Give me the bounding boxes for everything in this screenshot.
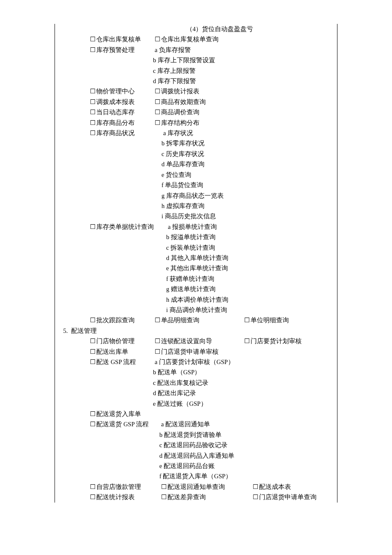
item: 配送出库单 (90, 348, 128, 355)
text: b 配送单（GSP） (55, 367, 337, 377)
text: f 配送退货入库单（GSP） (55, 471, 337, 481)
text: d 单品库存查询 (55, 159, 337, 169)
text: b 库存上下限报警设置 (55, 55, 337, 65)
text: c 库存上限报警 (55, 66, 337, 76)
item: 配送退货入库单 (90, 410, 141, 417)
text: h 成本调价单统计查询 (55, 295, 337, 305)
item: 商品调价查询 (155, 109, 199, 116)
item: 配送退回通知单查询 (161, 483, 225, 490)
text: e 其他出库单统计查询 (55, 263, 337, 273)
text: c 拆装单统计查询 (55, 243, 337, 253)
text: f 获赠单统计查询 (55, 274, 337, 284)
text: c 配送退回药品验收记录 (55, 440, 337, 450)
item: 库存商品状况 (90, 130, 135, 136)
text: a 库存状况 (163, 130, 193, 136)
item: 连锁配送设置向导 (155, 338, 212, 344)
text: d 其他入库单统计查询 (55, 253, 337, 263)
text: h 虚拟库存查询 (55, 201, 337, 211)
text: a 配送退回通知单 (161, 421, 210, 428)
item: 单品明细查询 (155, 317, 199, 324)
item: 门店退货申请单查询 (253, 494, 317, 500)
text: a 负库存报警 (155, 46, 191, 53)
text: d 配送出库记录 (55, 388, 337, 398)
item: 调拨统计报表 (155, 88, 199, 95)
text: i 商品历史批次信息 (55, 211, 337, 221)
text: b 拆零库存状况 (55, 138, 337, 148)
section-number: 5. (55, 326, 69, 336)
item: 配送统计报表 (90, 494, 135, 500)
item: 仓库出库复核单 (90, 36, 141, 43)
item: 自营店缴款管理 (90, 483, 141, 490)
text: b 配送退货到货请验单 (55, 430, 337, 440)
text: c 历史库存状况 (55, 149, 337, 159)
text: e 货位查询 (55, 170, 337, 180)
section-title: 配送管理 (69, 326, 155, 336)
item: 门店要货计划审核 (244, 338, 302, 344)
item: 配送 GSP 流程 (90, 358, 136, 365)
text: c 配送出库复核记录 (55, 378, 337, 388)
text: （4）货位自动盘盈盘亏 (55, 24, 337, 34)
text: e 配送过账（GSP） (55, 399, 337, 409)
item: 当日动态库存 (90, 109, 135, 116)
item: 库存商品分布 (90, 119, 135, 126)
item: 门店退货申请单审核 (155, 348, 219, 355)
text: a 报损单统计查询 (168, 223, 217, 230)
item: 库存结构分布 (155, 119, 199, 126)
item: 仓库出库复核单查询 (155, 36, 219, 43)
item: 库存类单据统计查询 (90, 223, 154, 230)
text: e 配送退回药品台账 (55, 461, 337, 471)
item: 调拨成本报表 (90, 98, 135, 105)
text: a 门店要货计划审核（GSP） (155, 358, 234, 365)
text: b 报溢单统计查询 (55, 232, 337, 242)
item: 配送成本表 (253, 483, 291, 490)
item: 商品有效期查询 (155, 98, 206, 105)
text: i 商品调价单统计查询 (55, 305, 337, 315)
text: d 库存下限报警 (55, 76, 337, 86)
item: 批次跟踪查询 (90, 317, 135, 324)
text: g 库存商品状态一览表 (55, 191, 337, 201)
item: 门店物价管理 (90, 338, 135, 344)
text: d 配送退回药品入库通知单 (55, 451, 337, 461)
item: 库存预警处理 (90, 46, 135, 53)
item: 物价管理中心 (90, 88, 135, 95)
text: f 单品货位查询 (55, 180, 337, 190)
item: 单位明细查询 (244, 317, 289, 324)
text: g 赠送单统计查询 (55, 284, 337, 294)
item: 配送差异查询 (161, 494, 206, 500)
item: 配送退货 GSP 流程 (90, 421, 149, 428)
